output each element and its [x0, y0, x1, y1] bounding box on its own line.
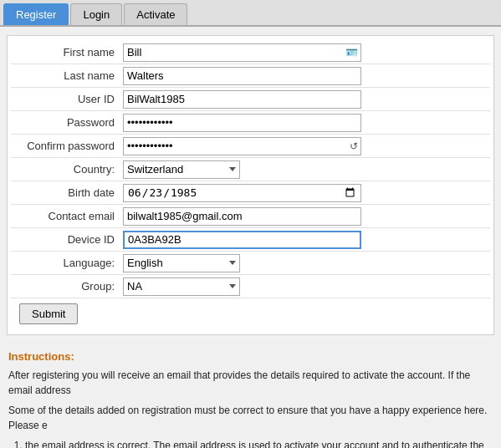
contact-email-input[interactable] [123, 207, 361, 226]
device-id-row: Device ID [11, 228, 490, 252]
user-id-row: User ID [11, 88, 490, 111]
language-row: Language: English German French [11, 252, 490, 275]
first-name-input[interactable] [123, 43, 361, 62]
user-id-label: User ID [11, 93, 120, 105]
contact-email-label: Contact email [11, 210, 120, 222]
country-select[interactable]: Switzerland Germany France USA [123, 160, 240, 179]
first-name-row: First name 🪪 [11, 41, 490, 64]
tab-activate[interactable]: Activate [124, 3, 187, 25]
language-select[interactable]: English German French [123, 254, 240, 272]
group-row: Group: NA A B C [11, 275, 490, 298]
birth-date-input[interactable] [123, 184, 361, 202]
language-label: Language: [11, 257, 120, 269]
contact-email-row: Contact email [11, 205, 490, 228]
submit-row: Submit [11, 298, 490, 329]
submit-button[interactable]: Submit [19, 303, 78, 324]
instructions-paragraph2: Some of the details added on registratio… [8, 403, 493, 433]
tab-register[interactable]: Register [3, 3, 69, 25]
country-row: Country: Switzerland Germany France USA [11, 158, 490, 181]
last-name-label: Last name [11, 69, 120, 82]
confirm-password-input[interactable] [123, 137, 361, 155]
birth-date-label: Birth date [11, 186, 120, 199]
password-row: Password [11, 111, 490, 135]
instructions-section: Instructions: After registering you will… [0, 344, 501, 448]
device-id-label: Device ID [11, 233, 120, 246]
group-select[interactable]: NA A B C [123, 277, 240, 296]
card-icon: 🪪 [345, 47, 358, 59]
country-label: Country: [11, 163, 120, 176]
instructions-list: the email address is correct. The email … [8, 438, 493, 448]
last-name-row: Last name [11, 64, 490, 88]
user-id-input[interactable] [123, 90, 361, 109]
birth-date-row: Birth date [11, 181, 490, 205]
tab-bar: Register Login Activate [0, 0, 501, 27]
password-input[interactable] [123, 114, 361, 132]
first-name-label: First name [11, 46, 120, 59]
tab-login[interactable]: Login [70, 3, 122, 25]
instructions-label: Instructions: [8, 350, 493, 363]
confirm-password-row: Confirm password ↺ [11, 135, 490, 158]
confirm-password-label: Confirm password [11, 140, 120, 152]
last-name-input[interactable] [123, 67, 361, 85]
password-label: Password [11, 116, 120, 129]
instructions-paragraph1: After registering you will receive an em… [8, 368, 493, 398]
registration-form: First name 🪪 Last name User ID Password [7, 35, 494, 335]
instructions-list-item: the email address is correct. The email … [25, 438, 493, 448]
group-label: Group: [11, 280, 120, 293]
device-id-input[interactable] [123, 231, 361, 249]
eye-icon[interactable]: ↺ [350, 140, 358, 152]
